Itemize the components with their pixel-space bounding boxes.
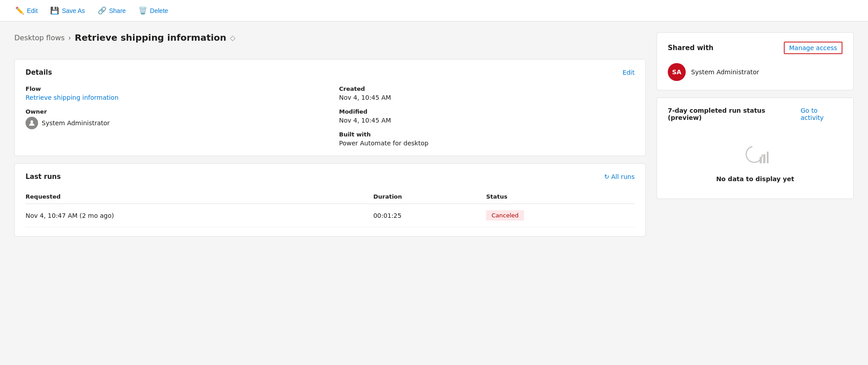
no-data-chart-icon [742, 142, 769, 170]
delete-icon: 🗑️ [138, 6, 147, 15]
svg-point-0 [30, 120, 33, 123]
shared-user-name: System Administrator [691, 68, 759, 76]
details-right: Created Nov 4, 10:45 AM Modified Nov 4, … [339, 85, 635, 147]
created-field: Created Nov 4, 10:45 AM [339, 85, 635, 101]
flow-value[interactable]: Retrieve shipping information [26, 94, 321, 101]
details-title: Details [26, 68, 52, 76]
status-badge: Canceled [486, 210, 524, 221]
last-runs-header: Last runs ↻ All runs [26, 173, 635, 181]
built-with-label: Built with [339, 131, 635, 138]
edit-icon: ✏️ [15, 6, 24, 15]
svg-rect-2 [760, 157, 762, 163]
details-left: Flow Retrieve shipping information Owner [26, 85, 321, 147]
col-status: Status [486, 190, 635, 204]
details-card: Details Edit Flow Retrieve shipping info… [14, 59, 646, 156]
save-as-button[interactable]: 💾 Save As [46, 4, 89, 17]
no-data-text: No data to display yet [716, 175, 794, 182]
modified-value: Nov 4, 10:45 AM [339, 117, 635, 124]
owner-avatar [26, 117, 38, 129]
delete-button[interactable]: 🗑️ Delete [134, 4, 172, 17]
created-label: Created [339, 85, 635, 92]
share-button[interactable]: 🔗 Share [93, 4, 130, 17]
shared-user-row: SA System Administrator [668, 63, 842, 81]
toolbar: ✏️ Edit 💾 Save As 🔗 Share 🗑️ Delete [0, 0, 868, 21]
last-runs-card: Last runs ↻ All runs Requested Duration … [14, 163, 646, 237]
svg-rect-3 [763, 154, 765, 163]
activity-header: 7-day completed run status (preview) Go … [668, 107, 842, 121]
main-content: Desktop flows › Retrieve shipping inform… [0, 21, 868, 247]
refresh-icon: ↻ [604, 173, 610, 180]
created-value: Nov 4, 10:45 AM [339, 94, 635, 101]
no-data-area: No data to display yet [668, 128, 842, 190]
col-requested: Requested [26, 190, 373, 204]
edit-button[interactable]: ✏️ Edit [11, 4, 42, 17]
built-with-field: Built with Power Automate for desktop [339, 131, 635, 147]
flow-field: Flow Retrieve shipping information [26, 85, 321, 101]
built-with-value: Power Automate for desktop [339, 140, 635, 147]
run-duration: 00:01:25 [373, 204, 486, 227]
details-grid: Flow Retrieve shipping information Owner [26, 85, 635, 147]
table-row: Nov 4, 10:47 AM (2 mo ago) 00:01:25 Canc… [26, 204, 635, 227]
svg-rect-4 [767, 152, 769, 163]
runs-table: Requested Duration Status Nov 4, 10:47 A… [26, 190, 635, 227]
last-runs-title: Last runs [26, 173, 61, 181]
shared-user-avatar: SA [668, 63, 686, 81]
activity-title: 7-day completed run status (preview) [668, 107, 801, 121]
shared-with-title: Shared with [668, 44, 713, 52]
details-card-header: Details Edit [26, 68, 635, 76]
activity-card: 7-day completed run status (preview) Go … [657, 98, 854, 199]
manage-access-button[interactable]: Manage access [784, 42, 842, 54]
modified-field: Modified Nov 4, 10:45 AM [339, 108, 635, 124]
owner-field: Owner System Administrator [26, 108, 321, 129]
owner-label: Owner [26, 108, 321, 115]
left-panel: Desktop flows › Retrieve shipping inform… [14, 32, 646, 237]
right-panel: Shared with Manage access SA System Admi… [657, 32, 854, 237]
shared-with-header: Shared with Manage access [668, 42, 842, 54]
breadcrumb-parent[interactable]: Desktop flows [14, 34, 64, 42]
details-edit-link[interactable]: Edit [623, 69, 635, 76]
breadcrumb-current: Retrieve shipping information [75, 32, 227, 43]
share-icon: 🔗 [98, 6, 107, 15]
modified-label: Modified [339, 108, 635, 115]
run-requested: Nov 4, 10:47 AM (2 mo ago) [26, 204, 373, 227]
save-as-icon: 💾 [50, 6, 59, 15]
run-status: Canceled [486, 204, 635, 227]
go-to-activity-link[interactable]: Go to activity [801, 107, 842, 121]
flow-label: Flow [26, 85, 321, 92]
col-duration: Duration [373, 190, 486, 204]
diamond-icon: ◇ [230, 34, 235, 42]
shared-with-card: Shared with Manage access SA System Admi… [657, 32, 854, 90]
breadcrumb-separator: › [68, 34, 71, 42]
owner-row: System Administrator [26, 117, 321, 129]
all-runs-link[interactable]: ↻ All runs [604, 173, 635, 180]
owner-name: System Administrator [42, 119, 110, 127]
breadcrumb: Desktop flows › Retrieve shipping inform… [14, 32, 646, 43]
